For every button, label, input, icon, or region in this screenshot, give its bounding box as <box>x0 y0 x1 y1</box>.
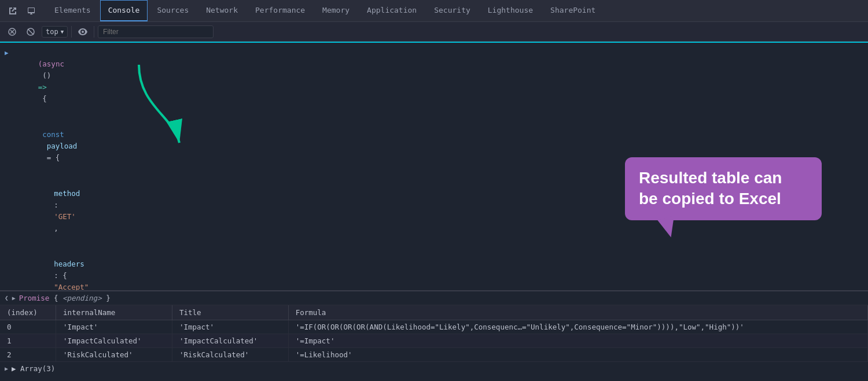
cell-title-1: 'ImpactCalculated' <box>172 334 288 348</box>
console-toolbar: top ▼ <box>0 22 868 42</box>
clear-console-button[interactable] <box>5 24 20 39</box>
code-line-3: method : 'GET' , <box>23 176 868 246</box>
tab-network[interactable]: Network <box>198 0 246 21</box>
promise-text: Promise { <pending> } <box>19 294 111 302</box>
table-row: 0 'Impact' 'Impact' '=IF(OR(OR(OR(OR(AND… <box>0 320 868 334</box>
inspect-icon[interactable] <box>5 3 21 19</box>
nav-prev-button[interactable]: ❮ <box>5 294 9 302</box>
cell-internalname-2: 'RiskCalculated' <box>56 348 172 362</box>
cell-title-0: 'Impact' <box>172 320 288 334</box>
cyan-border <box>0 42 868 43</box>
array-label: ▶ Array(3) <box>12 364 55 373</box>
array-expand-icon[interactable]: ▶ <box>5 365 8 372</box>
col-header-internalname: internalName <box>56 305 172 320</box>
str-get: 'GET' <box>54 212 76 221</box>
tab-performance[interactable]: Performance <box>247 0 313 21</box>
no-pause-icon[interactable] <box>23 24 38 39</box>
toolbar-divider <box>71 26 72 38</box>
cell-index-1: 1 <box>0 334 56 348</box>
keyword-async: (async <box>38 60 64 68</box>
expand-arrow[interactable]: ▶ <box>5 48 9 58</box>
table-header-row: (index) internalName Title Formula <box>0 305 868 320</box>
code-line-2: const payload = { <box>12 117 868 176</box>
code-line-4: headers : { "Accept" : "application/json… <box>23 246 868 290</box>
tab-lighthouse[interactable]: Lighthouse <box>480 0 541 21</box>
console-area: ▶ (async () => { const payload = { metho… <box>0 42 868 290</box>
dropdown-arrow-icon: ▼ <box>61 29 64 35</box>
tab-memory[interactable]: Memory <box>314 0 358 21</box>
tab-console[interactable]: Console <box>100 0 148 21</box>
tab-sharepoint[interactable]: SharePoint <box>542 0 604 21</box>
table-row: 2 'RiskCalculated' 'RiskCalculated' '=Li… <box>0 348 868 362</box>
arrow-fn: => <box>38 83 47 91</box>
table-row: 1 'ImpactCalculated' 'ImpactCalculated' … <box>0 334 868 348</box>
col-header-title: Title <box>172 305 288 320</box>
device-icon[interactable] <box>23 3 39 19</box>
devtools-icons <box>5 3 39 19</box>
col-header-formula: Formula <box>288 305 867 320</box>
promise-close: } <box>106 294 111 302</box>
tab-application[interactable]: Application <box>359 0 425 21</box>
console-output-area: ❮ ▶ Promise { <pending> } (index) intern… <box>0 290 868 381</box>
var-payload: payload <box>42 142 77 150</box>
tab-elements[interactable]: Elements <box>46 0 99 21</box>
cell-title-2: 'RiskCalculated' <box>172 348 288 362</box>
filter-input[interactable] <box>98 25 214 38</box>
context-label: top <box>46 28 58 36</box>
svg-line-4 <box>28 29 34 35</box>
context-selector[interactable]: top ▼ <box>42 26 68 38</box>
cell-formula-0: '=IF(OR(OR(OR(OR(AND(Likelihood="Likely"… <box>288 320 867 334</box>
col-header-index: (index) <box>0 305 56 320</box>
array-footer: ▶ ▶ Array(3) <box>0 362 868 375</box>
cell-internalname-1: 'ImpactCalculated' <box>56 334 172 348</box>
promise-label: Promise <box>19 294 50 302</box>
eye-icon[interactable] <box>75 24 90 39</box>
promise-value: { <box>54 294 58 302</box>
promise-state: <pending> <box>62 294 102 302</box>
promise-expand-icon[interactable]: ▶ <box>12 295 16 301</box>
kw-const: const <box>42 130 64 139</box>
cell-internalname-0: 'Impact' <box>56 320 172 334</box>
code-line-1: ▶ (async () => { <box>0 46 868 117</box>
cell-index-2: 2 <box>0 348 56 362</box>
promise-row: ❮ ▶ Promise { <pending> } <box>0 291 868 305</box>
main-tabs: Elements Console Sources Network Perform… <box>46 0 604 21</box>
cell-formula-2: '=Likelihood' <box>288 348 867 362</box>
tab-bar: Elements Console Sources Network Perform… <box>0 0 868 22</box>
tab-security[interactable]: Security <box>426 0 479 21</box>
cell-formula-1: '=Impact' <box>288 334 867 348</box>
cell-index-0: 0 <box>0 320 56 334</box>
result-table: (index) internalName Title Formula 0 'Im… <box>0 305 868 362</box>
method-prop: method <box>54 189 80 198</box>
tab-sources[interactable]: Sources <box>149 0 197 21</box>
accept-key: "Accept" <box>54 283 89 290</box>
toolbar-divider-2 <box>94 26 94 38</box>
headers-prop: headers <box>54 260 84 268</box>
